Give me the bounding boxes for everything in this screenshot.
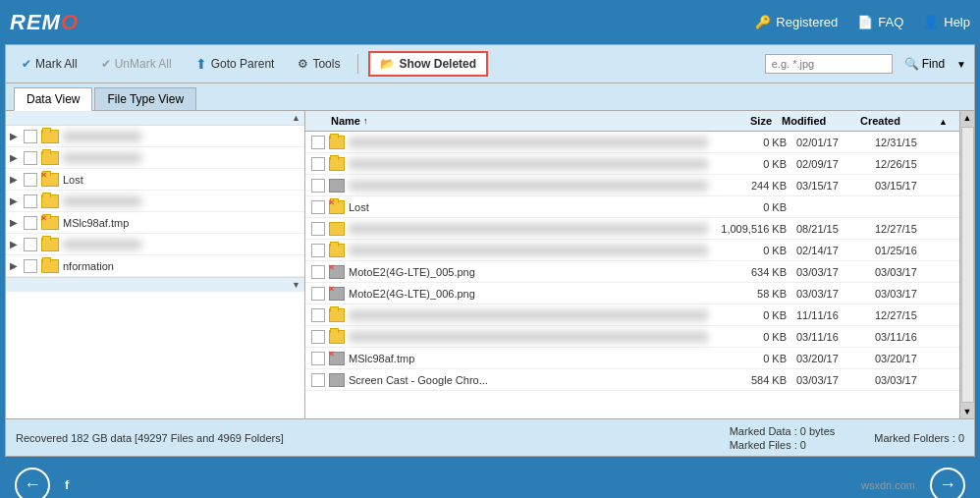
- file-checkbox[interactable]: [311, 157, 325, 171]
- file-name: [349, 138, 708, 147]
- file-created: 01/25/16: [875, 245, 953, 256]
- app-header: REMO 🔑 Registered 📄 FAQ 👤 Help: [0, 0, 980, 44]
- file-row[interactable]: Screen Cast - Google Chro... 584 KB 03/0…: [305, 369, 959, 391]
- tree-row[interactable]: ▶: [6, 147, 304, 169]
- folder-icon: [41, 259, 59, 273]
- tab-file-type-view[interactable]: File Type View: [94, 87, 196, 110]
- next-button[interactable]: →: [930, 468, 965, 499]
- scroll-thumb[interactable]: [961, 127, 974, 403]
- file-row[interactable]: 0 KB 02/14/17 01/25/16: [305, 240, 959, 261]
- tools-button[interactable]: ⚙ Tools: [290, 54, 348, 74]
- tree-row[interactable]: ▶: [6, 126, 304, 147]
- file-checkbox[interactable]: [311, 136, 325, 149]
- file-checkbox[interactable]: [311, 244, 325, 257]
- tree-checkbox[interactable]: [24, 130, 37, 143]
- facebook-icon[interactable]: f: [65, 477, 69, 492]
- header-modified-col[interactable]: Modified: [782, 115, 860, 127]
- folder-icon: [329, 330, 345, 344]
- search-input[interactable]: [765, 54, 893, 74]
- dropdown-arrow-icon[interactable]: ▼: [956, 59, 966, 70]
- file-size: 1,009,516 KB: [708, 223, 796, 235]
- file-created: 03/03/17: [875, 374, 953, 386]
- file-checkbox[interactable]: [311, 265, 325, 279]
- tree-item-label: [63, 240, 141, 249]
- file-created: 12/31/15: [875, 137, 953, 148]
- tree-scroll-down[interactable]: ▼: [292, 280, 300, 290]
- mark-all-button[interactable]: ✔ Mark All: [14, 54, 85, 74]
- file-row[interactable]: ✕ MotoE2(4G-LTE)_005.png 634 KB 03/03/17…: [305, 261, 959, 283]
- header-scroll-col: ▲: [939, 115, 953, 127]
- file-checkbox[interactable]: [311, 287, 325, 301]
- file-checkbox[interactable]: [311, 352, 325, 365]
- tree-row[interactable]: ▶ nformation: [6, 255, 304, 277]
- tree-item-label: [63, 196, 141, 206]
- tree-row[interactable]: ▶ ✕ Lost: [6, 169, 304, 191]
- find-button[interactable]: 🔍 Find: [897, 54, 953, 74]
- unmark-all-button[interactable]: ✔ UnMark All: [93, 54, 180, 74]
- tab-data-view[interactable]: Data View: [14, 87, 92, 111]
- file-created: 03/03/17: [875, 266, 953, 278]
- file-scroll-up-icon[interactable]: ▲: [939, 117, 948, 127]
- header-name-col[interactable]: Name ↑: [331, 115, 693, 127]
- file-checkbox[interactable]: [311, 179, 325, 193]
- tree-checkbox[interactable]: [24, 259, 37, 273]
- tree-checkbox[interactable]: [24, 151, 37, 165]
- toolbar: ✔ Mark All ✔ UnMark All ⬆ Goto Parent ⚙ …: [6, 45, 974, 83]
- file-icon: [329, 179, 345, 193]
- file-created: 12/27/15: [875, 223, 953, 235]
- status-marked-data: Marked Data : 0 bytes Marked Files : 0: [730, 425, 836, 451]
- help-btn[interactable]: 👤 Help: [923, 15, 970, 29]
- tree-checkbox[interactable]: [24, 238, 37, 251]
- file-checkbox[interactable]: [311, 330, 325, 344]
- file-row[interactable]: ✕ Lost 0 KB: [305, 196, 959, 218]
- scroll-up-btn[interactable]: ▲: [961, 111, 974, 125]
- tree-checkbox[interactable]: [24, 194, 37, 208]
- file-modified: 11/11/16: [796, 309, 875, 321]
- file-checkbox[interactable]: [311, 373, 325, 387]
- file-row[interactable]: 0 KB 11/11/16 12/27/15: [305, 304, 959, 326]
- tree-checkbox[interactable]: [24, 216, 37, 230]
- scroll-down-btn[interactable]: ▼: [961, 405, 974, 418]
- status-bar: Recovered 182 GB data [49297 Files and 4…: [6, 418, 974, 456]
- header-created-col[interactable]: Created: [860, 115, 939, 127]
- file-row[interactable]: ✕ MotoE2(4G-LTE)_006.png 58 KB 03/03/17 …: [305, 283, 959, 304]
- file-row[interactable]: ✕ MSlc98af.tmp 0 KB 03/20/17 03/20/17: [305, 348, 959, 369]
- file-row[interactable]: 0 KB 03/11/16 03/11/16: [305, 326, 959, 348]
- file-row[interactable]: 0 KB 02/09/17 12/26/15: [305, 153, 959, 175]
- tree-scroll-up[interactable]: ▲: [292, 113, 300, 123]
- goto-parent-button[interactable]: ⬆ Goto Parent: [188, 53, 283, 75]
- show-deleted-button[interactable]: 📂 Show Deleted: [368, 51, 488, 77]
- header-size-col[interactable]: Size: [693, 115, 782, 127]
- search-box: 🔍 Find ▼: [765, 54, 966, 74]
- file-checkbox[interactable]: [311, 308, 325, 322]
- tree-row[interactable]: ▶: [6, 234, 304, 255]
- tree-expand-icon: ▶: [10, 260, 22, 271]
- tree-row[interactable]: ▶ ✕ MSlc98af.tmp: [6, 212, 304, 234]
- file-row[interactable]: 0 KB 02/01/17 12/31/15: [305, 132, 959, 153]
- file-created: 03/20/17: [875, 353, 953, 364]
- back-button[interactable]: ←: [15, 468, 50, 499]
- file-name: Screen Cast - Google Chro...: [349, 374, 708, 386]
- file-row[interactable]: 1,009,516 KB 08/21/15 12/27/15: [305, 218, 959, 240]
- view-tabs: Data View File Type View: [6, 83, 974, 111]
- tree-item-label: MSlc98af.tmp: [63, 217, 129, 229]
- file-icon: [329, 373, 345, 387]
- tree-item-label: [63, 132, 141, 141]
- faq-btn[interactable]: 📄 FAQ: [857, 15, 903, 29]
- tree-expand-icon: ▶: [10, 195, 22, 206]
- file-row[interactable]: 244 KB 03/15/17 03/15/17: [305, 175, 959, 196]
- file-checkbox[interactable]: [311, 222, 325, 236]
- file-size: 0 KB: [708, 353, 796, 364]
- folder-icon: ✕: [41, 216, 59, 230]
- file-icon: ✕: [329, 287, 345, 301]
- tree-checkbox[interactable]: [24, 173, 37, 187]
- tree-expand-icon: ▶: [10, 174, 22, 185]
- file-checkbox[interactable]: [311, 200, 325, 214]
- scrollbar-right[interactable]: ▲ ▼: [959, 111, 974, 418]
- gear-icon: ⚙: [298, 57, 308, 71]
- main-container: ✔ Mark All ✔ UnMark All ⬆ Goto Parent ⚙ …: [5, 44, 975, 457]
- tree-row[interactable]: ▶: [6, 191, 304, 212]
- check-icon: ✔: [22, 57, 31, 71]
- registered-btn[interactable]: 🔑 Registered: [755, 15, 838, 29]
- file-modified: 03/11/16: [796, 331, 875, 343]
